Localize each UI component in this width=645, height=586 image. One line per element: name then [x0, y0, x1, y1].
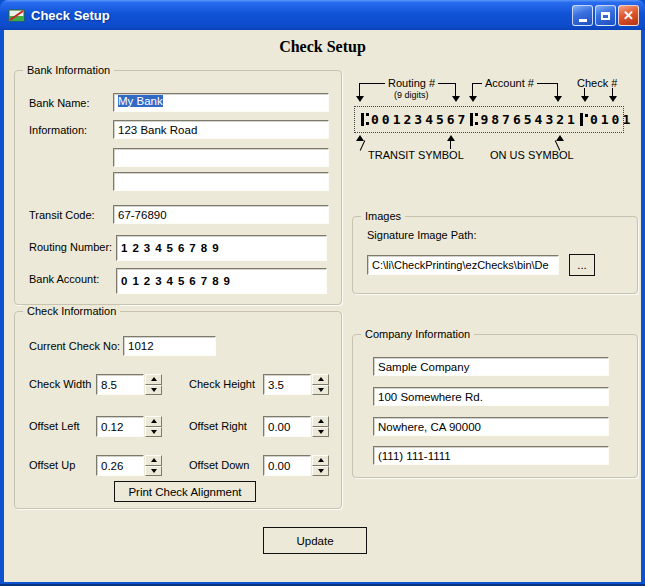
arrow-up-icon: [356, 135, 364, 141]
images-group-label: Images: [361, 210, 405, 222]
offset-down-input[interactable]: [263, 455, 311, 476]
browse-button-label: ...: [577, 259, 587, 271]
routing-digits-sublabel: (9 digits): [394, 90, 429, 100]
close-button[interactable]: ✕: [618, 5, 639, 26]
offset-right-stepper[interactable]: [263, 416, 329, 437]
update-button[interactable]: Update: [263, 527, 367, 554]
on-us-symbol-label: ON US SYMBOL: [490, 149, 574, 161]
offset-down-spin-up-button[interactable]: [312, 455, 329, 466]
check-height-spin-down-button[interactable]: [312, 385, 329, 396]
offset-right-spin-down-button[interactable]: [312, 427, 329, 438]
transit-code-field[interactable]: [113, 205, 329, 224]
check-height-stepper[interactable]: [263, 374, 329, 395]
close-icon: ✕: [623, 9, 634, 22]
micr-check-digits: 0101: [590, 112, 633, 127]
check-width-stepper[interactable]: [96, 374, 162, 395]
spin-down-icon: [318, 388, 324, 392]
offset-down-stepper[interactable]: [263, 455, 329, 476]
spin-up-icon: [318, 458, 324, 462]
check-setup-window: Check Setup ✕ Check Setup Bank Informati…: [0, 0, 645, 586]
maximize-button[interactable]: [595, 5, 616, 26]
account-number-diagram-label: Account #: [482, 77, 537, 89]
micr-account-digits: 987654321: [480, 112, 577, 127]
title-bar[interactable]: Check Setup ✕: [0, 0, 645, 30]
account-bracket-right: [557, 83, 558, 96]
spin-down-icon: [151, 469, 157, 473]
offset-down-spin-down-button[interactable]: [312, 466, 329, 477]
bank-name-label: Bank Name:: [29, 97, 90, 109]
transit-symbol-icon: [361, 113, 369, 126]
transit-callout-line: [450, 140, 451, 149]
check-height-input[interactable]: [263, 374, 311, 395]
signature-image-path-field[interactable]: [367, 255, 559, 275]
bank-account-field[interactable]: [116, 268, 327, 294]
information-field[interactable]: [113, 120, 329, 139]
offset-left-stepper[interactable]: [96, 416, 162, 437]
offset-left-spin-down-button[interactable]: [145, 427, 162, 438]
arrow-up-icon: [447, 135, 455, 141]
offset-left-input[interactable]: [96, 416, 144, 437]
routing-number-diagram-label: Routing #: [385, 77, 438, 89]
information-label: Information:: [29, 124, 87, 136]
information-extra-field-2[interactable]: [113, 172, 329, 191]
bank-name-field[interactable]: My Bank: [113, 93, 329, 112]
micr-diagram: Routing # (9 digits) Account # Check # 0…: [352, 75, 644, 175]
offset-left-spin-up-button[interactable]: [145, 416, 162, 427]
company-city-state-zip-field[interactable]: [373, 417, 609, 436]
offset-up-label: Offset Up: [29, 459, 75, 471]
offset-left-label: Offset Left: [29, 420, 80, 432]
offset-up-spin-up-button[interactable]: [145, 455, 162, 466]
check-information-group: Check Information Current Check No: Chec…: [14, 311, 342, 509]
transit-symbol-icon: [470, 113, 478, 126]
routing-bracket-left: [359, 83, 360, 96]
check-width-spin-down-button[interactable]: [145, 385, 162, 396]
images-group: Images Signature Image Path: ...: [352, 216, 638, 294]
arrow-down-icon: [609, 96, 617, 102]
signature-image-path-label: Signature Image Path:: [367, 229, 476, 241]
routing-number-field[interactable]: [116, 235, 327, 261]
arrow-down-icon: [356, 96, 364, 102]
offset-right-spin-up-button[interactable]: [312, 416, 329, 427]
offset-right-input[interactable]: [263, 416, 311, 437]
arrow-down-icon: [452, 96, 460, 102]
on-us-symbol-icon: [580, 113, 588, 126]
bank-name-selected-text: My Bank: [118, 95, 163, 107]
transit-symbol-label: TRANSIT SYMBOL: [368, 149, 464, 161]
information-extra-field-1[interactable]: [113, 148, 329, 167]
spin-up-icon: [151, 458, 157, 462]
bank-information-group-label: Bank Information: [23, 64, 114, 76]
maximize-icon: [601, 12, 610, 20]
check-width-label: Check Width: [29, 378, 91, 390]
check-arrow-right: [612, 88, 613, 96]
transit-callout-line: [360, 140, 366, 150]
company-information-group: Company Information: [352, 334, 638, 478]
offset-up-input[interactable]: [96, 455, 144, 476]
page-title: Check Setup: [4, 38, 641, 56]
check-height-spin-up-button[interactable]: [312, 374, 329, 385]
check-number-diagram-label: Check #: [577, 77, 617, 89]
offset-up-spin-down-button[interactable]: [145, 466, 162, 477]
spin-up-icon: [151, 377, 157, 381]
offset-up-stepper[interactable]: [96, 455, 162, 476]
spin-down-icon: [151, 430, 157, 434]
company-name-field[interactable]: [373, 357, 609, 376]
window-title: Check Setup: [31, 8, 110, 23]
spin-down-icon: [318, 469, 324, 473]
spin-up-icon: [318, 377, 324, 381]
check-width-input[interactable]: [96, 374, 144, 395]
offset-down-label: Offset Down: [189, 459, 249, 471]
company-phone-field[interactable]: [373, 446, 609, 465]
current-check-no-field[interactable]: [123, 336, 216, 356]
spin-down-icon: [151, 388, 157, 392]
routing-number-label: Routing Number:: [29, 241, 112, 253]
check-width-spin-up-button[interactable]: [145, 374, 162, 385]
minimize-button[interactable]: [572, 5, 593, 26]
company-information-group-label: Company Information: [361, 328, 474, 340]
company-address-field[interactable]: [373, 387, 609, 406]
current-check-no-label: Current Check No:: [29, 340, 120, 352]
check-arrow-left: [584, 88, 585, 96]
print-check-alignment-button[interactable]: Print Check Alignment: [114, 481, 256, 502]
browse-button[interactable]: ...: [569, 254, 595, 276]
transit-code-label: Transit Code:: [29, 209, 95, 221]
print-check-alignment-label: Print Check Alignment: [128, 486, 241, 498]
